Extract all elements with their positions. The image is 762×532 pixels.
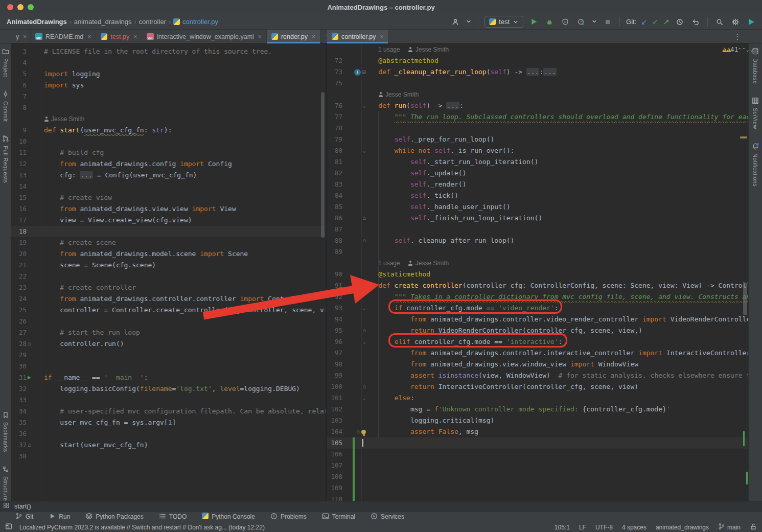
fold-open-icon[interactable]: ⌄ [362,100,366,111]
code-vision-hint[interactable]: Jesse Smith [378,89,748,100]
line-number[interactable]: 101 [329,392,342,404]
history-icon[interactable] [674,16,685,28]
line-number[interactable]: 98 [329,359,342,370]
file-encoding[interactable]: UTF-8 [595,524,613,531]
tool-window-button-todo[interactable]: TODO [159,513,187,521]
profiler-button[interactable] [575,16,587,28]
line-number[interactable]: 17 [13,215,27,226]
line-number[interactable]: 34 [13,406,27,417]
lock-icon[interactable] [750,523,757,531]
line-number[interactable]: 30 [13,361,27,372]
tab-test-py[interactable]: test.py× [96,30,142,43]
override-method-icon[interactable]: ↓ [354,69,361,76]
rollback-icon[interactable] [690,16,701,28]
usage-count[interactable]: 1 usage [378,44,400,55]
close-icon[interactable]: × [258,33,262,40]
line-number[interactable]: 25 [13,305,27,316]
fold-end-icon[interactable]: ⌂ [28,338,31,350]
status-message[interactable]: Localized PyCharm 2023.2 is available //… [19,524,265,531]
debug-button[interactable] [544,16,555,28]
python-interpreter[interactable]: animated_drawings [656,524,709,531]
line-number[interactable]: 83 [329,179,342,190]
pycharm-logo-icon[interactable] [746,16,757,28]
breadcrumb-item[interactable]: controller [137,18,167,26]
close-icon[interactable]: × [23,33,27,40]
line-number[interactable]: 27 [13,327,27,338]
line-number[interactable]: 100 [329,381,342,392]
line-number[interactable]: 23 [13,282,27,293]
next-problem-icon[interactable]: ⌄ [746,47,750,53]
line-number[interactable]: 108 [329,471,342,482]
line-number[interactable]: 29 [13,350,27,361]
fold-open-icon[interactable]: ⌄ [362,336,366,348]
code-vision-hint[interactable]: 1 usageJesse Smith [378,44,748,55]
tool-window-button-run[interactable]: Run [49,513,70,521]
line-number[interactable]: 78 [329,123,342,134]
tool-window-button-terminal[interactable]: Terminal [322,513,355,521]
close-icon[interactable]: × [87,33,91,40]
line-number[interactable]: 87 [329,224,342,235]
intention-bulb-icon[interactable] [361,430,366,434]
line-number[interactable]: 7 [13,91,27,102]
tool-window-button-python-packages[interactable]: Python Packages [85,513,143,521]
chevron-down-icon[interactable] [466,17,472,27]
close-icon[interactable]: × [380,33,383,40]
line-number[interactable]: 72 [329,55,342,66]
line-number[interactable]: 22 [13,271,27,282]
caret-position[interactable]: 105:1 [555,524,570,531]
breadcrumb-item[interactable]: controller.py [172,18,220,26]
line-number[interactable]: 20 [13,248,27,260]
line-number[interactable]: 4 [13,57,27,68]
line-number[interactable]: 32 [13,383,27,395]
line-number[interactable]: 88 [329,235,342,246]
tool-window-button-git[interactable]: Git [15,513,33,521]
line-number[interactable]: 19 [13,237,27,248]
line-number[interactable]: 81 [329,156,342,168]
tool-windows-grid-icon[interactable] [3,502,9,510]
line-number[interactable]: 11 [13,147,27,158]
fold-open-icon[interactable]: ⌄ [362,392,366,404]
line-number[interactable]: 105 [329,437,342,449]
line-number[interactable]: 80 [329,145,342,156]
line-number[interactable]: 37 [13,440,27,451]
line-separator[interactable]: LF [579,524,586,531]
line-number[interactable]: 96 [329,336,342,348]
tab-interactive-window-example-yaml[interactable]: YMLinteractive_window_example.yaml× [142,30,267,43]
line-number[interactable]: 99 [329,370,342,381]
line-number[interactable]: 77 [329,111,342,123]
close-icon[interactable]: × [312,33,315,40]
line-number[interactable]: 84 [329,190,342,201]
tool-window-button-sciview[interactable]: SciView [752,97,759,129]
run-configuration-select[interactable]: test [484,16,523,28]
tool-window-button-structure[interactable]: Structure [2,466,9,501]
line-number[interactable]: 75 [329,78,342,89]
git-commit-check-icon[interactable]: ✓ [652,18,659,26]
line-number[interactable]: 3 [13,46,27,57]
line-number[interactable]: 94 [329,314,342,325]
next-problem-icon[interactable]: ⌄ [750,47,754,53]
tab-controller-py[interactable]: controller.py× [327,30,388,43]
fold-end-icon[interactable]: ⌂ [28,440,31,451]
user-icon[interactable] [450,16,461,28]
line-number[interactable]: 76 [329,100,342,111]
tool-window-button-services[interactable]: Services [371,513,404,521]
expand-fold-icon[interactable]: ⊞ [362,66,366,78]
tool-window-button-problems[interactable]: Problems [270,513,307,521]
author-name[interactable]: Jesse Smith [415,258,449,269]
git-push-icon[interactable]: ↗ [663,18,669,26]
indent-style[interactable]: 4 spaces [622,524,646,531]
line-number[interactable]: 93 [329,303,342,314]
line-number[interactable]: 13 [13,170,27,181]
line-number[interactable]: 31 [13,372,27,383]
inspection-widget-right[interactable]: 4 ⌃ ⌄ [722,46,750,53]
tool-window-button-python-console[interactable]: Python Console [202,513,255,521]
close-icon[interactable]: × [133,33,137,40]
line-number[interactable]: 104 [329,426,342,437]
code-vision-hint[interactable]: Jesse Smith [44,113,326,125]
nav-breadcrumb-method[interactable]: start() [14,503,31,510]
line-number[interactable]: 103 [329,415,342,426]
line-number[interactable]: 12 [13,158,27,170]
run-with-coverage-button[interactable] [560,16,571,28]
git-update-icon[interactable]: ↙ [641,18,648,26]
more-tabs-kebab-icon[interactable]: ⋮ [728,32,747,41]
